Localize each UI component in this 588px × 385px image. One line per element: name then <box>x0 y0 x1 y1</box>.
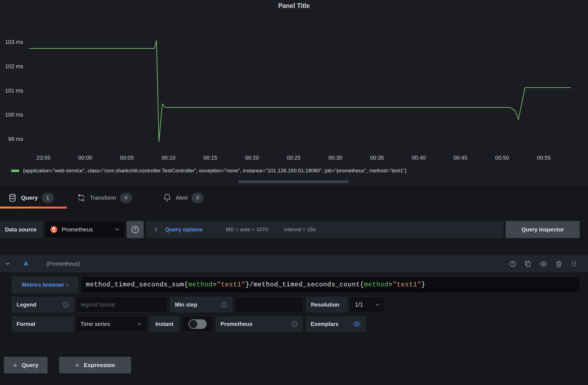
svg-text:00:30: 00:30 <box>329 155 342 161</box>
svg-text:00:05: 00:05 <box>120 155 134 161</box>
instant-toggle[interactable] <box>182 316 213 332</box>
promql-expression-input[interactable]: method_timed_seconds_sum{method="test1"}… <box>81 276 580 293</box>
info-icon[interactable] <box>291 321 298 327</box>
tab-query-count: 1 <box>42 193 54 203</box>
tab-alert-label: Alert <box>176 194 188 201</box>
delete-query-icon[interactable] <box>555 260 563 268</box>
query-options-bar[interactable]: Query options MD = auto = 1070 Interval … <box>146 221 503 238</box>
format-label: Format <box>12 316 74 332</box>
query-datasource-hint: (Prometheus) <box>46 261 80 267</box>
datasource-picker-value: Prometheus <box>62 226 93 233</box>
metrics-browser-button[interactable]: Metrics browser › <box>12 276 78 293</box>
svg-text:00:25: 00:25 <box>287 155 301 161</box>
legend-format-input[interactable] <box>81 302 163 308</box>
query-options-interval: Interval = 15s <box>284 226 316 233</box>
tab-transform[interactable]: Transform 0 <box>77 187 132 209</box>
min-step-field <box>235 297 303 313</box>
expression-token: = <box>389 281 393 288</box>
toggle-visibility-icon[interactable] <box>539 260 547 268</box>
panel-title: Panel Title <box>0 2 588 10</box>
legend-series-label: {application="web-service", class="com.s… <box>23 168 407 174</box>
resolution-label: Resolution <box>306 297 348 313</box>
query-row-header: A (Prometheus) <box>0 255 588 272</box>
chevron-down-icon <box>375 302 380 307</box>
expression-token: } <box>421 281 426 288</box>
active-tab-indicator <box>0 207 67 209</box>
duplicate-query-icon[interactable] <box>524 260 532 268</box>
tab-transform-label: Transform <box>90 194 116 201</box>
svg-text:00:00: 00:00 <box>78 155 92 161</box>
chevron-down-icon <box>114 226 120 233</box>
svg-text:00:55: 00:55 <box>537 155 551 161</box>
svg-text:103 ms: 103 ms <box>5 39 23 45</box>
expression-token: }/method_timed_seconds_count{ <box>245 281 364 288</box>
tab-alert-count: 0 <box>191 193 204 203</box>
expression-token: "test1" <box>393 281 421 288</box>
chevron-down-icon <box>137 321 142 327</box>
bell-icon <box>162 193 172 202</box>
editor-tabbar: Query 1 Transform 0 <box>0 187 588 209</box>
exemplars-label: Exemplars <box>306 316 366 332</box>
resolution-select[interactable]: 1/1 <box>350 297 385 313</box>
info-icon[interactable] <box>62 301 69 308</box>
svg-text:00:50: 00:50 <box>495 155 509 161</box>
datasource-help-button[interactable] <box>127 221 144 238</box>
svg-text:00:40: 00:40 <box>412 155 426 161</box>
query-options-link: Query options <box>165 226 203 233</box>
chart-legend-item[interactable]: {application="web-service", class="com.s… <box>11 166 407 176</box>
instant-label: Instant <box>149 316 180 332</box>
min-step-input[interactable] <box>239 302 298 308</box>
editor-bottom-pane: Query 1 Transform 0 <box>0 187 588 385</box>
chevron-right-icon <box>153 226 159 233</box>
expression-token: = <box>213 281 217 288</box>
svg-text:00:35: 00:35 <box>370 155 384 161</box>
min-step-label: Min step <box>170 297 232 313</box>
query-ref-id[interactable]: A <box>24 260 28 267</box>
legend-format-field <box>76 297 167 313</box>
expression-token: method <box>188 281 213 288</box>
toggle-knob <box>189 320 197 328</box>
expression-token: "test1" <box>217 281 246 288</box>
info-icon[interactable] <box>221 301 227 308</box>
datasource-label: Data source <box>0 221 43 238</box>
tab-query-label: Query <box>21 194 38 201</box>
expression-token: method_timed_seconds_sum{ <box>86 281 188 288</box>
query-help-icon[interactable] <box>509 260 516 268</box>
svg-text:23:55: 23:55 <box>36 155 50 161</box>
svg-text:00:20: 00:20 <box>245 155 259 161</box>
add-query-button[interactable]: + Query <box>4 357 48 373</box>
prometheus-flame-icon <box>50 226 58 233</box>
svg-text:00:15: 00:15 <box>203 155 217 161</box>
svg-text:99 ms: 99 ms <box>8 136 23 142</box>
query-inspector-button[interactable]: Query inspector <box>506 221 580 238</box>
legend-option-label: Legend <box>12 297 74 313</box>
query-options-md: MD = auto = 1070 <box>226 226 268 233</box>
timeseries-chart[interactable]: 23:5500:0000:0500:1000:1500:2000:2500:30… <box>0 0 588 164</box>
plus-icon: + <box>13 361 17 370</box>
svg-text:00:45: 00:45 <box>453 155 467 161</box>
query-type-label: Prometheus <box>216 316 303 332</box>
database-icon <box>8 193 17 202</box>
grafana-panel-editor: 23:5500:0000:0500:1000:1500:2000:2500:30… <box>0 0 588 385</box>
help-circle-icon <box>131 225 140 234</box>
svg-text:100 ms: 100 ms <box>5 112 23 118</box>
legend-color-swatch <box>11 170 19 172</box>
format-select[interactable]: Time series <box>76 316 147 332</box>
expression-token: method <box>364 281 389 288</box>
add-expression-button[interactable]: + Expression <box>59 357 131 373</box>
tab-alert[interactable]: Alert 0 <box>162 187 204 209</box>
pane-resize-handle[interactable] <box>238 180 349 183</box>
transform-icon <box>77 193 86 202</box>
toggle-track <box>188 319 207 329</box>
svg-text:00:10: 00:10 <box>162 155 175 161</box>
collapse-chevron-icon[interactable] <box>5 261 11 267</box>
datasource-picker[interactable]: Prometheus <box>45 221 125 238</box>
svg-text:101 ms: 101 ms <box>5 88 23 94</box>
svg-text:102 ms: 102 ms <box>5 63 23 69</box>
exemplars-eye-icon[interactable] <box>353 320 361 328</box>
tab-transform-count: 0 <box>120 193 132 203</box>
tab-query[interactable]: Query 1 <box>8 187 54 209</box>
drag-handle-icon[interactable] <box>570 260 578 267</box>
chevron-right-icon: › <box>66 282 68 288</box>
chart-panel: 23:5500:0000:0500:1000:1500:2000:2500:30… <box>0 0 588 187</box>
